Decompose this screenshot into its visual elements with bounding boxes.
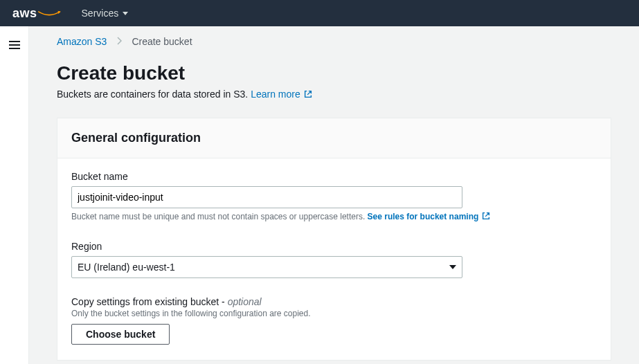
hamburger-icon [9,39,20,51]
aws-smile-icon [37,10,61,17]
aws-logo[interactable]: aws [12,6,61,21]
region-label: Region [71,241,597,252]
main-content: Amazon S3 Create bucket Create bucket Bu… [29,26,639,364]
services-menu[interactable]: Services [82,8,129,19]
bucket-naming-rules-link[interactable]: See rules for bucket naming [368,212,492,221]
breadcrumb-current: Create bucket [132,36,192,47]
caret-down-icon [449,265,456,269]
breadcrumb-root-link[interactable]: Amazon S3 [57,36,107,47]
page-title: Create bucket [57,62,611,84]
region-selected-value: EU (Ireland) eu-west-1 [78,262,175,273]
panel-heading: General configuration [71,131,597,145]
learn-more-link[interactable]: Learn more [251,89,313,100]
region-group: Region EU (Ireland) eu-west-1 [71,241,597,278]
general-configuration-panel: General configuration Bucket name Bucket… [57,118,611,361]
bucket-name-group: Bucket name Bucket name must be unique a… [71,171,597,223]
top-navbar: aws Services [0,0,639,26]
bucket-name-hint: Bucket name must be unique and must not … [71,211,597,223]
region-select[interactable]: EU (Ireland) eu-west-1 [71,256,462,278]
page-description: Buckets are containers for data stored i… [57,89,611,101]
copy-settings-title: Copy settings from existing bucket - opt… [71,296,597,307]
choose-bucket-button[interactable]: Choose bucket [71,324,170,345]
external-link-icon [303,89,313,101]
copy-settings-hint: Only the bucket settings in the followin… [71,309,597,318]
caret-down-icon [123,12,128,15]
services-label: Services [82,8,119,19]
breadcrumb: Amazon S3 Create bucket [57,36,611,47]
external-link-icon [481,211,491,223]
aws-logo-text: aws [12,6,37,21]
bucket-name-label: Bucket name [71,171,597,182]
bucket-name-input[interactable] [71,186,462,208]
chevron-right-icon [116,36,122,47]
panel-header: General configuration [57,118,611,158]
sidebar-toggle[interactable] [0,26,29,364]
copy-settings-group: Copy settings from existing bucket - opt… [71,296,597,345]
